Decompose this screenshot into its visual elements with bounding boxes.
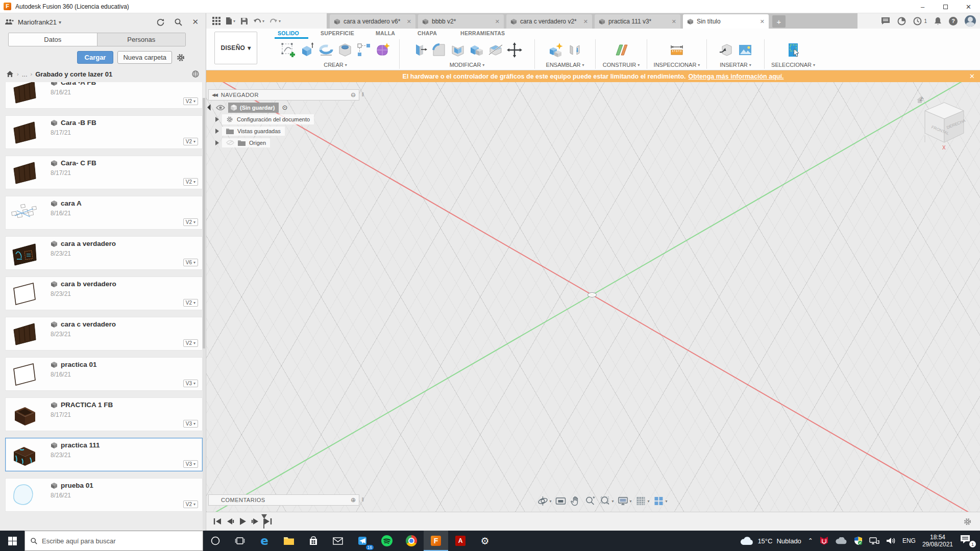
group-label-insertar[interactable]: INSERTAR▾ xyxy=(720,62,751,68)
create-form-button[interactable] xyxy=(374,41,391,59)
hole-button[interactable] xyxy=(336,41,354,59)
version-dropdown[interactable]: V3 ▾ xyxy=(183,380,198,387)
group-label-seleccionar[interactable]: SELECCIONAR▾ xyxy=(771,62,815,68)
new-folder-button[interactable]: Nueva carpeta xyxy=(117,51,172,64)
zoom-button[interactable] xyxy=(584,495,596,507)
panel-minus-icon[interactable]: ⊖ xyxy=(351,91,359,98)
close-banner-icon[interactable]: ✕ xyxy=(969,72,975,80)
doc-tab[interactable]: cara c verdadero v2* ✕ xyxy=(506,14,592,29)
env-tab-herramientas[interactable]: HERRAMIENTAS xyxy=(460,30,505,36)
create-sketch-button[interactable] xyxy=(280,41,297,59)
viewport-canvas[interactable]: ◀◀ NAVEGADOR ⊖ ‖ (Sin guardar) ⊙ xyxy=(206,82,980,512)
group-label-inspeccionar[interactable]: INSPECCIONAR▾ xyxy=(654,62,700,68)
version-dropdown[interactable]: V2 ▾ xyxy=(183,339,198,347)
construct-plane-button[interactable] xyxy=(612,41,630,59)
orbit-button[interactable]: ▾ xyxy=(537,495,551,507)
measure-button[interactable] xyxy=(668,41,685,59)
job-status-icon[interactable] xyxy=(897,17,906,26)
select-button[interactable] xyxy=(785,41,802,59)
close-button[interactable]: ✕ xyxy=(957,0,980,13)
tree-item-origin[interactable]: Origen xyxy=(208,137,359,148)
revolve-button[interactable] xyxy=(317,41,335,59)
hidden-icons-chevron[interactable]: ⌃ xyxy=(808,537,813,544)
new-tab-button[interactable]: + xyxy=(772,15,786,28)
breadcrumb-folder[interactable]: Grabado y corte lazer 01 xyxy=(35,70,112,78)
collapsed-triangle-icon[interactable] xyxy=(215,117,219,122)
version-dropdown[interactable]: V3 ▾ xyxy=(183,420,198,428)
collapsed-triangle-icon[interactable] xyxy=(215,140,219,145)
close-tab-icon[interactable]: ✕ xyxy=(760,18,765,25)
version-dropdown[interactable]: V2 ▾ xyxy=(183,299,198,307)
close-tab-icon[interactable]: ✕ xyxy=(583,18,588,25)
shell-button[interactable] xyxy=(449,41,467,59)
tree-item-document-settings[interactable]: Configuración del documento xyxy=(208,113,359,125)
navigator-panel-header[interactable]: ◀◀ NAVEGADOR ⊖ ‖ xyxy=(208,89,359,101)
tree-root-row[interactable]: (Sin guardar) ⊙ xyxy=(208,102,359,113)
file-list-item[interactable]: cara a verdadero 8/23/21 V6 ▾ xyxy=(5,236,203,270)
taskbar-app-badge16[interactable]: 16 xyxy=(350,531,375,551)
taskbar-fusion360[interactable]: F xyxy=(424,531,448,551)
version-dropdown[interactable]: V3 ▾ xyxy=(183,460,198,468)
pattern-button[interactable] xyxy=(355,41,373,59)
version-dropdown[interactable]: V6 ▾ xyxy=(183,259,198,266)
mcafee-icon[interactable] xyxy=(820,536,828,545)
taskbar-mail[interactable] xyxy=(326,531,350,551)
file-list-item[interactable]: Cara- C FB 8/17/21 V2 ▾ xyxy=(5,156,203,189)
grid-settings-button[interactable]: ▾ xyxy=(635,495,650,507)
clock-icon[interactable] xyxy=(913,17,922,26)
tab-personas[interactable]: Personas xyxy=(97,33,186,46)
settings-gear-icon[interactable] xyxy=(176,53,185,62)
maximize-button[interactable] xyxy=(934,0,957,13)
taskbar-clock[interactable]: 18:54 29/08/2021 xyxy=(922,534,953,548)
version-dropdown[interactable]: V2 ▾ xyxy=(183,178,198,186)
file-list-item[interactable]: cara b verdadero 8/23/21 V2 ▾ xyxy=(5,277,203,310)
new-component-button[interactable] xyxy=(547,41,565,59)
group-label-crear[interactable]: CREAR▾ xyxy=(324,62,347,68)
look-at-button[interactable] xyxy=(555,495,566,507)
file-list-item[interactable]: prueba 01 8/16/21 V2 ▾ xyxy=(5,478,203,512)
panel-drag-handle[interactable]: ‖ xyxy=(361,496,364,503)
activate-radio-icon[interactable]: ⊙ xyxy=(282,104,287,111)
panel-drag-handle[interactable]: ‖ xyxy=(361,91,364,97)
move-button[interactable] xyxy=(506,41,523,59)
step-forward-button[interactable] xyxy=(251,518,259,525)
file-list-item[interactable]: cara c verdadero 8/23/21 V2 ▾ xyxy=(5,317,203,350)
viewports-button[interactable]: ▾ xyxy=(653,495,668,507)
file-list-item[interactable]: PRACTICA 1 FB 8/17/21 V3 ▾ xyxy=(5,397,203,431)
collapse-panel-icon[interactable]: ◀◀ xyxy=(212,92,217,97)
step-back-button[interactable] xyxy=(226,518,234,525)
display-settings-button[interactable]: ▾ xyxy=(617,495,631,507)
split-body-button[interactable] xyxy=(487,41,504,59)
file-list-item[interactable]: Cara -A FB 8/16/21 V2 ▾ xyxy=(5,82,203,109)
doc-tab[interactable]: cara a verdadero v6* ✕ xyxy=(330,14,415,29)
env-tab-solido[interactable]: SOLIDO xyxy=(278,30,299,36)
taskbar-adobe-reader[interactable]: A xyxy=(448,531,473,551)
tree-item-saved-views[interactable]: Vistas guardadas xyxy=(208,125,359,137)
close-tab-icon[interactable]: ✕ xyxy=(407,18,411,25)
taskbar-spotify[interactable] xyxy=(375,531,399,551)
taskbar-settings[interactable]: ⚙ xyxy=(473,531,497,551)
joint-button[interactable] xyxy=(566,41,583,59)
fillet-button[interactable] xyxy=(430,41,448,59)
breadcrumb-ellipsis[interactable]: ... xyxy=(22,70,28,78)
zoom-window-button[interactable]: ▾ xyxy=(599,495,614,507)
upload-button[interactable]: Cargar xyxy=(77,51,114,64)
comments-panel-header[interactable]: COMENTARIOS ⊕ ‖ xyxy=(208,494,359,506)
globe-icon[interactable] xyxy=(191,70,200,78)
root-document-chip[interactable]: (Sin guardar) xyxy=(228,103,279,113)
refresh-icon[interactable] xyxy=(156,18,165,27)
visibility-eye-icon[interactable] xyxy=(216,105,225,111)
taskbar-store[interactable] xyxy=(301,531,326,551)
view-cube[interactable]: Z FRONTAL DERECHA X xyxy=(913,95,969,152)
feedback-icon[interactable] xyxy=(881,17,890,25)
doc-tab[interactable]: practica 111 v3* ✕ xyxy=(595,14,680,29)
notification-bell-icon[interactable] xyxy=(934,17,942,26)
taskbar-edge[interactable]: e xyxy=(252,531,277,551)
undo-button[interactable]: ▾ xyxy=(253,18,264,24)
file-list-item[interactable]: practica 111 8/23/21 V3 ▾ xyxy=(5,438,203,471)
username-dropdown[interactable]: Mariofrank21 xyxy=(18,18,57,26)
file-list-item[interactable]: cara A 8/16/21 V2 ▾ xyxy=(5,196,203,230)
version-dropdown[interactable]: V2 ▾ xyxy=(183,218,198,226)
hidden-eye-icon[interactable] xyxy=(226,140,234,145)
help-icon[interactable]: ? xyxy=(949,17,958,26)
